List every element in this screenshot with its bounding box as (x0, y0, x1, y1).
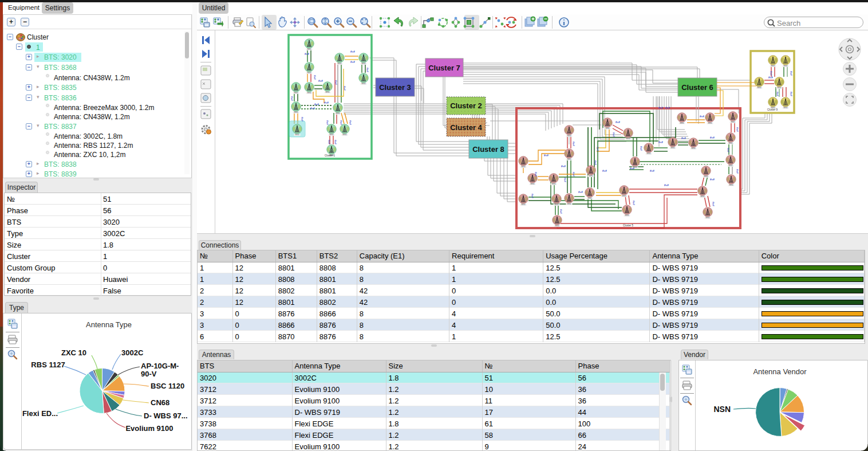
svg-text:8830: 8830 (555, 225, 559, 227)
svg-text:#+#: #+# (290, 96, 293, 101)
svg-text:#+#: #+# (602, 170, 607, 172)
svg-text:#+#: #+# (334, 140, 337, 144)
svg-text:8830: 8830 (307, 48, 311, 50)
svg-text:8830: 8830 (622, 195, 626, 197)
svg-text:Cluster 8: Cluster 8 (472, 145, 504, 154)
svg-text:8830: 8830 (646, 152, 650, 155)
svg-text:#+#: #+# (664, 184, 669, 187)
svg-text:8830: 8830 (757, 87, 761, 89)
svg-text:#+#: #+# (340, 120, 342, 125)
svg-text:#+#: #+# (318, 80, 323, 83)
svg-text:8830: 8830 (680, 122, 684, 124)
svg-text:#+#: #+# (594, 160, 597, 165)
svg-text:#+#: #+# (770, 71, 772, 76)
svg-text:8830: 8830 (554, 203, 558, 206)
svg-text:8830: 8830 (700, 195, 704, 198)
svg-text:8830: 8830 (361, 62, 365, 65)
svg-text:#+#: #+# (736, 169, 739, 174)
svg-text:#+#: #+# (534, 172, 537, 177)
svg-text:#+#: #+# (710, 136, 715, 139)
svg-text:8830: 8830 (670, 147, 674, 149)
svg-text:#+#: #+# (736, 127, 739, 132)
svg-text:8830: 8830 (307, 92, 311, 94)
svg-text:#+#: #+# (310, 107, 315, 110)
svg-text:8830: 8830 (567, 158, 571, 160)
svg-text:#+#: #+# (559, 209, 562, 214)
svg-text:8830: 8830 (783, 107, 787, 109)
svg-text:8830: 8830 (626, 138, 630, 140)
svg-text:8830: 8830 (325, 91, 329, 93)
svg-text:#+#: #+# (301, 117, 303, 121)
svg-text:8830: 8830 (625, 214, 629, 217)
svg-text:#+#: #+# (630, 167, 634, 170)
svg-text:#+#: #+# (658, 107, 663, 109)
svg-text:#+#: #+# (650, 170, 654, 172)
svg-text:#+#: #+# (790, 71, 792, 76)
svg-text:#+#: #+# (640, 146, 642, 151)
svg-text:#+#: #+# (328, 140, 330, 144)
svg-text:8830: 8830 (691, 147, 695, 150)
svg-text:8830: 8830 (729, 184, 733, 186)
svg-text:Cluster 3: Cluster 3 (379, 83, 411, 92)
svg-text:8830: 8830 (704, 175, 708, 178)
svg-text:Cluster 2: Cluster 2 (450, 101, 482, 110)
svg-text:#+#: #+# (712, 202, 715, 206)
svg-text:8830: 8830 (777, 87, 781, 89)
svg-text:#+#: #+# (326, 120, 329, 125)
svg-text:8830: 8830 (567, 203, 571, 205)
svg-text:Cluster 1: Cluster 1 (325, 154, 336, 157)
svg-text:#+#: #+# (768, 76, 773, 79)
svg-text:#+#: #+# (665, 107, 670, 109)
svg-text:8830: 8830 (329, 134, 333, 136)
svg-text:8830: 8830 (708, 122, 712, 124)
svg-text:#+#: #+# (578, 191, 583, 194)
svg-text:#+#: #+# (314, 103, 319, 106)
svg-text:8830: 8830 (361, 83, 365, 85)
svg-text:8830: 8830 (530, 183, 534, 185)
svg-text:Cluster 4: Cluster 4 (450, 123, 482, 132)
svg-text:#+#: #+# (572, 142, 575, 146)
svg-text:#+#: #+# (658, 141, 663, 144)
svg-text:#+#: #+# (349, 120, 352, 125)
svg-text:#+#: #+# (531, 194, 534, 198)
svg-text:8830: 8830 (728, 142, 732, 144)
svg-text:#+#: #+# (561, 165, 566, 168)
svg-text:Cluster 7: Cluster 7 (428, 64, 460, 72)
svg-text:8830: 8830 (728, 164, 732, 167)
svg-text:#+#: #+# (616, 121, 620, 124)
svg-text:8830: 8830 (342, 134, 346, 136)
svg-text:#+#: #+# (596, 147, 599, 151)
svg-text:#+#: #+# (544, 154, 549, 157)
svg-text:Cluster 9: Cluster 9 (767, 108, 778, 111)
svg-text:8830: 8830 (336, 112, 340, 115)
svg-text:8830: 8830 (589, 175, 593, 177)
svg-text:#+#: #+# (776, 92, 779, 96)
svg-text:#+#: #+# (334, 80, 337, 85)
svg-text:#+#: #+# (305, 53, 309, 56)
svg-text:Cluster 5: Cluster 5 (623, 224, 634, 227)
svg-text:8830: 8830 (605, 127, 609, 130)
svg-text:#+#: #+# (790, 92, 792, 96)
svg-text:8830: 8830 (521, 203, 525, 206)
svg-text:8830: 8830 (294, 92, 298, 94)
svg-text:8830: 8830 (294, 111, 298, 113)
svg-text:8830: 8830 (567, 135, 571, 137)
svg-text:8830: 8830 (771, 65, 775, 67)
svg-text:#+#: #+# (710, 178, 715, 181)
svg-text:#+#: #+# (366, 68, 369, 72)
svg-text:#+#: #+# (350, 61, 355, 64)
svg-text:#+#: #+# (563, 178, 566, 182)
svg-text:Cluster 6: Cluster 6 (681, 83, 713, 92)
svg-text:#+#: #+# (350, 50, 355, 53)
svg-text:#+#: #+# (572, 172, 575, 177)
svg-text:#+#: #+# (313, 75, 316, 80)
svg-text:#+#: #+# (324, 101, 329, 104)
svg-text:8830: 8830 (731, 121, 735, 123)
svg-text:8830: 8830 (705, 217, 709, 219)
svg-text:#+#: #+# (700, 115, 704, 118)
svg-text:8830: 8830 (587, 197, 591, 199)
svg-text:8830: 8830 (521, 166, 525, 168)
svg-text:#+#: #+# (343, 86, 346, 91)
svg-text:#+#: #+# (681, 137, 686, 140)
svg-text:8830: 8830 (295, 134, 299, 136)
